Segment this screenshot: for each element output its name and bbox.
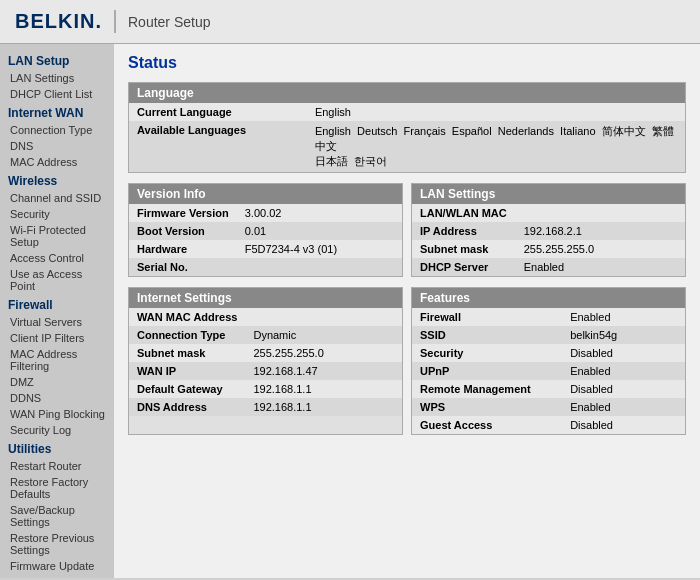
table-row: Guest Access Disabled (412, 416, 685, 434)
features-upnp-value: Enabled (562, 362, 685, 380)
sidebar-item-restart-router[interactable]: Restart Router (0, 458, 114, 474)
current-language-value: English (307, 103, 685, 121)
features-ssid-value: belkin54g (562, 326, 685, 344)
sidebar-item-mac-address-filtering[interactable]: MAC Address Filtering (0, 346, 114, 374)
sidebar-section-utilities[interactable]: Utilities (0, 438, 114, 458)
subnet-mask-label: Subnet mask (412, 240, 516, 258)
table-row: WAN IP 192.168.1.47 (129, 362, 402, 380)
table-row: Default Gateway 192.168.1.1 (129, 380, 402, 398)
features-wps-label: WPS (412, 398, 562, 416)
wan-ip-value: 192.168.1.47 (245, 362, 402, 380)
lan-wlan-mac-label: LAN/WLAN MAC (412, 204, 516, 222)
subnet-mask-value: 255.255.255.0 (516, 240, 685, 258)
table-row: WAN MAC Address (129, 308, 402, 326)
language-panel-title: Language (129, 83, 685, 103)
features-security-label: Security (412, 344, 562, 362)
features-security-value: Disabled (562, 344, 685, 362)
sidebar-item-dns[interactable]: DNS (0, 138, 114, 154)
ip-address-value: 192.168.2.1 (516, 222, 685, 240)
version-info-panel: Version Info Firmware Version 3.00.02 Bo… (128, 183, 403, 277)
table-row: WPS Enabled (412, 398, 685, 416)
sidebar-item-dmz[interactable]: DMZ (0, 374, 114, 390)
sidebar-item-restore-previous-settings[interactable]: Restore Previous Settings (0, 530, 114, 558)
features-firewall-label: Firewall (412, 308, 562, 326)
serial-no-value (237, 258, 402, 276)
sidebar-item-security-log[interactable]: Security Log (0, 422, 114, 438)
available-languages-label: Available Languages (129, 121, 307, 172)
sidebar-item-channel-ssid[interactable]: Channel and SSID (0, 190, 114, 206)
table-row: Security Disabled (412, 344, 685, 362)
sidebar-item-access-control[interactable]: Access Control (0, 250, 114, 266)
sidebar-item-ddns[interactable]: DDNS (0, 390, 114, 406)
table-row: Subnet mask 255.255.255.0 (412, 240, 685, 258)
header-title: Router Setup (128, 14, 211, 30)
lan-settings-panel: LAN Settings LAN/WLAN MAC IP Address 192… (411, 183, 686, 277)
sidebar-item-system-settings[interactable]: System Settings (0, 574, 114, 578)
features-guest-access-value: Disabled (562, 416, 685, 434)
features-remote-mgmt-label: Remote Management (412, 380, 562, 398)
available-languages-value: English Deutsch Français Español Nederla… (307, 121, 685, 172)
features-firewall-value: Enabled (562, 308, 685, 326)
table-row: IP Address 192.168.2.1 (412, 222, 685, 240)
internet-subnet-mask-label: Subnet mask (129, 344, 245, 362)
sidebar-item-virtual-servers[interactable]: Virtual Servers (0, 314, 114, 330)
page-title: Status (128, 54, 686, 72)
header: BELKIN. Router Setup (0, 0, 700, 44)
wan-ip-label: WAN IP (129, 362, 245, 380)
firmware-version-value: 3.00.02 (237, 204, 402, 222)
sidebar-section-wireless[interactable]: Wireless (0, 170, 114, 190)
sidebar-item-restore-factory-defaults[interactable]: Restore Factory Defaults (0, 474, 114, 502)
features-remote-mgmt-value: Disabled (562, 380, 685, 398)
boot-version-value: 0.01 (237, 222, 402, 240)
sidebar-item-use-as-access-point[interactable]: Use as Access Point (0, 266, 114, 294)
sidebar-item-lan-settings[interactable]: LAN Settings (0, 70, 114, 86)
sidebar-item-connection-type[interactable]: Connection Type (0, 122, 114, 138)
table-row: LAN/WLAN MAC (412, 204, 685, 222)
table-row: Serial No. (129, 258, 402, 276)
sidebar-section-internet-wan[interactable]: Internet WAN (0, 102, 114, 122)
table-row: Boot Version 0.01 (129, 222, 402, 240)
serial-no-label: Serial No. (129, 258, 237, 276)
table-row: DNS Address 192.168.1.1 (129, 398, 402, 416)
dhcp-server-value: Enabled (516, 258, 685, 276)
sidebar-section-firewall[interactable]: Firewall (0, 294, 114, 314)
connection-type-label: Connection Type (129, 326, 245, 344)
lan-wlan-mac-value (516, 204, 685, 222)
hardware-label: Hardware (129, 240, 237, 258)
sidebar-item-save-backup-settings[interactable]: Save/Backup Settings (0, 502, 114, 530)
internet-settings-panel-title: Internet Settings (129, 288, 402, 308)
table-row: Subnet mask 255.255.255.0 (129, 344, 402, 362)
default-gateway-value: 192.168.1.1 (245, 380, 402, 398)
main-content: Status Language Current Language English… (114, 44, 700, 578)
version-panel-title: Version Info (129, 184, 402, 204)
internet-settings-panel: Internet Settings WAN MAC Address Connec… (128, 287, 403, 435)
table-row: Connection Type Dynamic (129, 326, 402, 344)
features-panel: Features Firewall Enabled SSID belkin54g… (411, 287, 686, 435)
table-row: Remote Management Disabled (412, 380, 685, 398)
sidebar-item-security[interactable]: Security (0, 206, 114, 222)
sidebar-item-wifi-protected-setup[interactable]: Wi-Fi Protected Setup (0, 222, 114, 250)
wan-mac-value (245, 308, 402, 326)
dns-address-label: DNS Address (129, 398, 245, 416)
sidebar-item-mac-address[interactable]: MAC Address (0, 154, 114, 170)
features-guest-access-label: Guest Access (412, 416, 562, 434)
default-gateway-label: Default Gateway (129, 380, 245, 398)
table-row: Firmware Version 3.00.02 (129, 204, 402, 222)
sidebar-item-dhcp-client-list[interactable]: DHCP Client List (0, 86, 114, 102)
table-row: Available Languages English Deutsch Fran… (129, 121, 685, 172)
sidebar-item-firmware-update[interactable]: Firmware Update (0, 558, 114, 574)
sidebar-item-wan-ping-blocking[interactable]: WAN Ping Blocking (0, 406, 114, 422)
features-wps-value: Enabled (562, 398, 685, 416)
dhcp-server-label: DHCP Server (412, 258, 516, 276)
connection-type-value: Dynamic (245, 326, 402, 344)
table-row: Hardware F5D7234-4 v3 (01) (129, 240, 402, 258)
sidebar-item-client-ip-filters[interactable]: Client IP Filters (0, 330, 114, 346)
brand-logo: BELKIN. (15, 10, 116, 33)
boot-version-label: Boot Version (129, 222, 237, 240)
table-row: Current Language English (129, 103, 685, 121)
language-panel: Language Current Language English Availa… (128, 82, 686, 173)
current-language-label: Current Language (129, 103, 307, 121)
dns-address-value: 192.168.1.1 (245, 398, 402, 416)
internet-subnet-mask-value: 255.255.255.0 (245, 344, 402, 362)
sidebar-section-lan-setup[interactable]: LAN Setup (0, 50, 114, 70)
